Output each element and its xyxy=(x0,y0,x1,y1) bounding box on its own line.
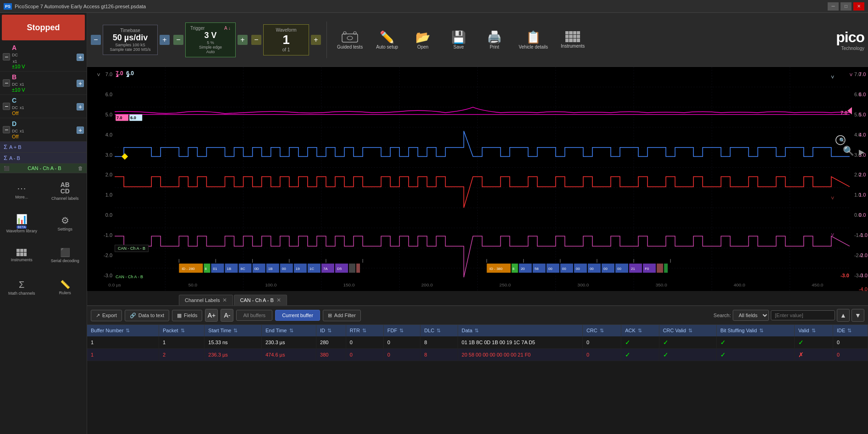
trigger-decrease-button[interactable]: − xyxy=(173,35,183,45)
table-row[interactable]: 1 2 236.3 µs 474.6 µs 380 0 0 8 20 58 00… xyxy=(87,349,868,361)
export-button[interactable]: ↗ Export xyxy=(91,310,122,321)
col-buffer-number[interactable]: Buffer Number ⇅ xyxy=(87,325,159,336)
col-valid[interactable]: Valid ⇅ xyxy=(795,325,833,336)
search-up-button[interactable]: ▲ xyxy=(837,309,850,322)
stop-button[interactable]: Stopped xyxy=(2,15,85,40)
svg-text:300.0: 300.0 xyxy=(577,282,589,287)
svg-text:5.0: 5.0 xyxy=(105,112,112,117)
sigma-icon: Σ xyxy=(4,143,7,150)
timebase-increase-button[interactable]: + xyxy=(160,35,170,45)
can-channel-row[interactable]: ⬛ CAN - Ch A - B 🗑 xyxy=(0,164,87,173)
waveform-library-button[interactable]: 📊 BETA Waveform library xyxy=(0,207,44,239)
waveform-prev-button[interactable]: − xyxy=(251,35,261,45)
col-crc-valid[interactable]: CRC Valid ⇅ xyxy=(659,325,716,336)
col-id[interactable]: ID ⇅ xyxy=(316,325,346,336)
svg-text:7.0: 7.0 xyxy=(840,110,847,115)
svg-text:1.0: 1.0 xyxy=(105,192,112,198)
col-dlc[interactable]: DLC ⇅ xyxy=(420,325,458,336)
col-start-time[interactable]: Start Time ⇅ xyxy=(205,325,262,336)
channel-d-multiplier: x1 xyxy=(20,129,24,133)
math-aplusb-row[interactable]: Σ A + B xyxy=(0,142,87,153)
font-increase-button[interactable]: A+ xyxy=(205,309,218,322)
search-down-button[interactable]: ▼ xyxy=(851,309,864,322)
search-field-select[interactable]: All fields xyxy=(733,310,769,321)
save-button[interactable]: 💾 Save xyxy=(442,27,475,52)
col-ack[interactable]: ACK ⇅ xyxy=(621,325,659,336)
rulers-button[interactable]: 📏 Rulers xyxy=(44,271,87,303)
col-data[interactable]: Data ⇅ xyxy=(458,325,582,336)
cell-buffer: 1 xyxy=(87,336,159,349)
pico-logo: pico Technology xyxy=(836,29,864,51)
svg-text:7.0: 7.0 xyxy=(116,115,122,120)
cell-start: 236.3 µs xyxy=(205,349,262,361)
channel-b-minus[interactable]: − xyxy=(3,79,10,87)
serial-decoding-button[interactable]: ⬛ Serial decoding xyxy=(44,239,87,271)
open-button[interactable]: 📂 Open xyxy=(407,27,439,52)
channel-c-minus[interactable]: − xyxy=(3,103,10,110)
data-to-text-button[interactable]: 🔗 Data to text xyxy=(125,310,169,321)
channel-c-plus[interactable]: + xyxy=(77,103,84,110)
settings-button[interactable]: ⚙ Settings xyxy=(44,207,87,239)
channel-a-row: − A DC x1 ±10 V + xyxy=(0,42,87,71)
fields-button[interactable]: ▦ Fields xyxy=(172,310,202,321)
waveform-display: 7.0 6.0 5.0 4.0 3.0 2.0 1.0 0.0 -1.0 -2.… xyxy=(87,67,868,291)
col-packet[interactable]: Packet ⇅ xyxy=(159,325,204,336)
close-button[interactable]: ✕ xyxy=(853,2,864,11)
svg-rect-104 xyxy=(349,264,355,273)
tab-can-close[interactable]: ✕ xyxy=(276,297,281,303)
math-channels-button[interactable]: Σ Math channels xyxy=(0,271,44,303)
trigger-increase-button[interactable]: + xyxy=(238,35,248,45)
cell-dlc: 8 xyxy=(420,336,458,349)
channel-c-label: C xyxy=(12,97,75,104)
svg-text:350.0: 350.0 xyxy=(656,282,667,287)
font-decrease-button[interactable]: A- xyxy=(221,309,233,322)
current-buffer-button[interactable]: Current buffer xyxy=(275,310,320,321)
svg-text:100.0: 100.0 xyxy=(265,282,276,287)
cell-id: 380 xyxy=(316,349,346,361)
col-rtr[interactable]: RTR ⇅ xyxy=(346,325,383,336)
channel-c-range: Off xyxy=(12,110,75,116)
tab-channel-labels[interactable]: Channel Labels ✕ xyxy=(179,295,233,305)
svg-text:8C: 8C xyxy=(241,267,245,271)
svg-text:8: 8 xyxy=(205,267,207,271)
toolbar-instruments-button[interactable]: Instruments xyxy=(556,28,589,51)
all-buffers-button[interactable]: All buffers xyxy=(236,310,272,321)
print-button[interactable]: 🖨️ Print xyxy=(478,27,510,52)
timebase-decrease-button[interactable]: − xyxy=(91,35,101,45)
guided-tests-button[interactable]: Guided tests xyxy=(332,27,367,52)
maximize-button[interactable]: □ xyxy=(840,2,851,11)
search-value-input[interactable] xyxy=(771,310,835,320)
more-button[interactable]: ⋯ More... xyxy=(0,175,44,207)
waveform-next-button[interactable]: + xyxy=(311,35,321,45)
svg-text:20: 20 xyxy=(521,267,525,271)
channel-d-plus[interactable]: + xyxy=(77,126,84,134)
svg-text:6.0: 6.0 xyxy=(126,70,134,77)
col-end-time[interactable]: End Time ⇅ xyxy=(261,325,316,336)
math-aminusb-row[interactable]: Σ A - B xyxy=(0,153,87,164)
col-crc[interactable]: CRC ⇅ xyxy=(582,325,621,336)
channel-d-minus[interactable]: − xyxy=(3,126,10,133)
cell-packet: 2 xyxy=(159,349,204,361)
channel-b-plus[interactable]: + xyxy=(77,80,84,87)
instruments-button[interactable]: Instruments xyxy=(0,239,44,271)
zoom-right-arrow[interactable]: ▶ xyxy=(859,148,864,156)
channel-d-row: − D DC x1 Off + xyxy=(0,118,87,142)
channel-labels-button[interactable]: ABCD Channel labels xyxy=(44,175,87,207)
tab-channel-labels-close[interactable]: ✕ xyxy=(222,297,227,303)
tab-can-ch-a-b[interactable]: CAN - Ch A - B ✕ xyxy=(234,295,287,305)
cell-ack: ✓ xyxy=(621,336,659,349)
channel-b-label: B xyxy=(12,73,75,81)
col-fdf[interactable]: FDF ⇅ xyxy=(383,325,420,336)
col-ide[interactable]: IDE ⇅ xyxy=(833,325,868,336)
minimize-button[interactable]: ─ xyxy=(828,2,839,11)
add-filter-button[interactable]: ⊞ Add Filter xyxy=(323,310,361,321)
svg-text:CAN - Ch A - B: CAN - Ch A - B xyxy=(116,275,143,279)
channel-a-plus[interactable]: + xyxy=(77,54,84,61)
col-bit-stuffing[interactable]: Bit Stuffing Valid ⇅ xyxy=(716,325,794,336)
table-row[interactable]: 1 1 15.33 ns 230.3 µs 280 0 0 8 01 1B 8C… xyxy=(87,336,868,349)
delete-can-button[interactable]: 🗑 xyxy=(78,165,83,171)
vehicle-details-button[interactable]: 📋 Vehicle details xyxy=(514,27,553,52)
auto-setup-button[interactable]: ✏️ Auto setup xyxy=(371,27,403,52)
zoom-in-icon[interactable]: 🔍 xyxy=(843,145,854,156)
channel-a-minus[interactable]: − xyxy=(3,53,10,60)
